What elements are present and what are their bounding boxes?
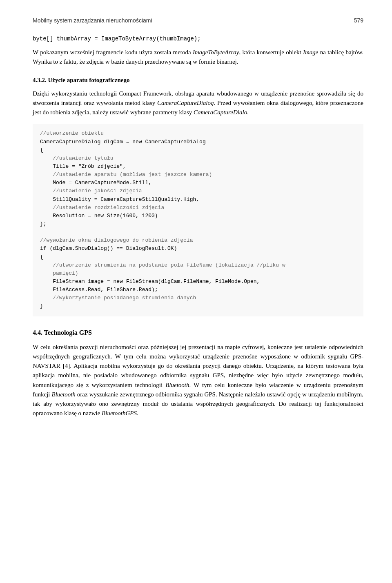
bluetooth-1: Bluetooth: [165, 382, 189, 388]
code-comment-2: //ustawienie tytułu: [53, 155, 113, 161]
header-page-number: 579: [354, 16, 363, 25]
code-line-14: if (dlgCam.ShowDialog() == DialogResult.…: [40, 245, 177, 251]
paragraph-1-text: W pokazanym wcześniej fragmencie kodu uż…: [33, 49, 363, 65]
section-44-text: W celu określania pozycji nieruchomości …: [33, 343, 363, 418]
code-line-15: {: [40, 254, 43, 260]
camera-dialo-italic: CameraCaptureDialo: [194, 109, 247, 116]
section-432-title: Użycie aparatu fotograficznego: [48, 77, 130, 83]
code-comment-8: pamięci): [53, 270, 78, 276]
section-432-text: Dzięki wykorzystaniu technologii Compact…: [33, 89, 363, 118]
page: Mobilny system zarządzania nieruchomości…: [0, 0, 392, 583]
section-432-heading: 4.3.2. Użycie aparatu fotograficznego: [33, 76, 363, 85]
image-italic: Image: [303, 49, 318, 56]
code-comment-4: //ustawienie jakości zdjęcia: [53, 188, 142, 194]
code-comment-5: //ustawienie rozdzielczości zdjęcia: [53, 205, 164, 211]
code-line-2: CameraCaptureDialog dlgCam = new CameraC…: [40, 139, 206, 145]
page-header: Mobilny system zarządzania nieruchomości…: [33, 16, 363, 27]
code-line-3: {: [40, 147, 43, 153]
paragraph-1: W pokazanym wcześniej fragmencie kodu uż…: [33, 48, 363, 67]
code-line-11: Resolution = new Size(1600, 1200): [53, 213, 158, 219]
code-comment-1: //utworzenie obiektu: [40, 130, 104, 136]
code-line-7: Mode = CameraCaptureMode.Still,: [53, 180, 151, 186]
code-line-19: FileAccess.Read, FileShare.Read);: [53, 287, 158, 293]
code-comment-9: //wykorzystanie posiadanego strumienia d…: [53, 295, 196, 301]
code-comment-6: //wywołanie okna dialogowego do robienia…: [40, 237, 193, 243]
bluetooth-gps: BluetoothGPS: [102, 410, 137, 416]
header-title: Mobilny system zarządzania nieruchomości…: [33, 16, 152, 25]
section-432-number: 4.3.2.: [33, 77, 47, 83]
intro-code-paragraph: byte[] thumbArray = ImageToByteArray(thu…: [33, 34, 363, 44]
code-comment-3: //ustawienie aparatu (możliwa jest jeszc…: [53, 171, 212, 178]
method-name-italic: ImageToByteArray: [193, 49, 239, 56]
bluetooth-2: Bluetooth: [52, 391, 76, 398]
code-line-21: }: [40, 303, 43, 309]
camera-class-italic: CameraCaptureDialog: [157, 100, 214, 106]
section-44-heading: 4.4. Technologia GPS: [33, 328, 363, 338]
intro-code: byte[] thumbArray = ImageToByteArray(thu…: [33, 36, 201, 42]
code-line-5: Title = "Zrób zdjęcie",: [53, 163, 126, 169]
code-line-9: StillQuality = CameraCaptureStillQuality…: [53, 196, 199, 202]
code-block: //utworzenie obiektu CameraCaptureDialog…: [33, 124, 363, 316]
section-44-title: Technologia GPS: [44, 329, 92, 336]
code-comment-7: //utworzenie strumienia na podstawie pol…: [53, 262, 285, 268]
code-line-18: FileStream image = new FileStream(dlgCam…: [53, 278, 260, 285]
section-44-number: 4.4.: [33, 329, 42, 336]
code-line-12: };: [40, 221, 47, 227]
